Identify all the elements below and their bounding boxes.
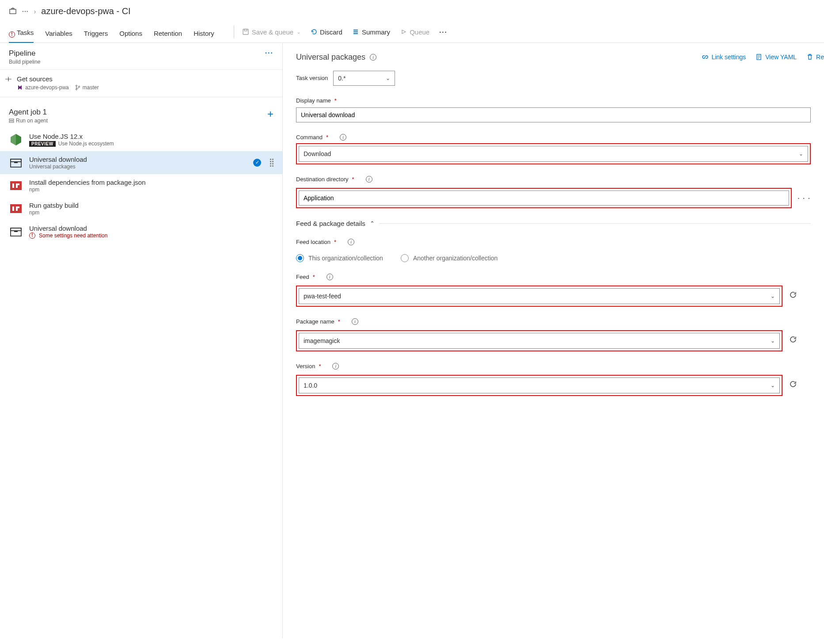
save-icon [242, 28, 249, 35]
tab-history[interactable]: History [194, 26, 214, 42]
link-icon [702, 53, 709, 61]
tabs-bar: !Tasks Variables Triggers Options Retent… [0, 18, 824, 43]
get-sources-icon [4, 75, 12, 91]
list-icon [352, 28, 359, 35]
task-version-select[interactable]: 0.* ⌄ [333, 71, 395, 86]
remove-button[interactable]: Re [806, 53, 824, 61]
info-icon[interactable]: i [327, 274, 333, 280]
pipeline-title: Pipeline [9, 49, 40, 58]
radio-icon [296, 254, 304, 262]
package-icon [9, 225, 23, 239]
details-title: Universal packages [296, 53, 365, 62]
task-version-label: Task version [296, 75, 328, 81]
required-indicator: * [319, 363, 321, 370]
more-actions-button[interactable]: ··· [439, 28, 448, 39]
queue-button[interactable]: Queue [400, 28, 429, 39]
nodejs-icon [9, 133, 23, 147]
refresh-button[interactable] [789, 335, 797, 344]
svg-rect-0 [10, 9, 16, 14]
tab-tasks[interactable]: !Tasks [9, 25, 34, 43]
get-sources-row[interactable]: Get sources azure-devops-pwa master [0, 70, 282, 97]
chevron-down-icon: ⌄ [297, 30, 300, 34]
command-select[interactable]: Download ⌄ [299, 146, 808, 162]
task-sub: npm [29, 210, 273, 216]
tab-options[interactable]: Options [119, 26, 142, 42]
main-content: Pipeline Build pipeline ··· Get sources … [0, 43, 824, 638]
pipeline-more-button[interactable]: ··· [265, 49, 273, 57]
add-task-button[interactable]: + [267, 108, 273, 120]
svg-rect-7 [9, 119, 14, 120]
refresh-button[interactable] [789, 380, 797, 389]
task-row-gatsby-build[interactable]: Run gatsby build npm [0, 197, 282, 220]
link-settings-button[interactable]: Link settings [702, 53, 746, 61]
display-name-label: Display name [296, 97, 331, 104]
task-row-universal-download-2[interactable]: Universal download ! Some settings need … [0, 220, 282, 243]
divider [379, 223, 811, 224]
command-label: Command [296, 134, 323, 141]
tab-triggers[interactable]: Triggers [84, 26, 108, 42]
version-select[interactable]: 1.0.0 ⌄ [299, 377, 780, 393]
info-icon[interactable]: i [366, 176, 372, 183]
task-row-nodejs[interactable]: Use Node.JS 12.x PREVIEWUse Node.js ecos… [0, 128, 282, 151]
chevron-up-icon[interactable]: ⌃ [370, 220, 375, 227]
breadcrumb: ··· › azure-devops-pwa - CI [0, 0, 824, 18]
dest-input[interactable] [299, 191, 789, 206]
radio-another-org[interactable]: Another organization/collection [401, 254, 497, 262]
play-icon [400, 28, 407, 35]
info-icon[interactable]: i [352, 318, 358, 325]
task-title: Use Node.JS 12.x [29, 133, 273, 140]
package-select[interactable]: imagemagick ⌄ [299, 333, 780, 349]
info-icon[interactable]: i [348, 239, 354, 245]
task-sub: Universal packages [29, 164, 247, 170]
task-title: Universal download [29, 156, 247, 163]
info-icon[interactable]: i [340, 134, 346, 141]
chevron-down-icon: ⌄ [386, 75, 390, 81]
tab-variables[interactable]: Variables [45, 26, 72, 42]
drag-handle-icon[interactable] [270, 159, 273, 167]
tasks-tree-pane: Pipeline Build pipeline ··· Get sources … [0, 43, 283, 638]
task-title: Install dependencies from package.json [29, 179, 273, 186]
dest-label: Destination directory [296, 176, 349, 183]
pipeline-header[interactable]: Pipeline Build pipeline ··· [0, 43, 282, 70]
info-icon[interactable]: i [370, 54, 376, 61]
tab-retention[interactable]: Retention [154, 26, 182, 42]
svg-point-4 [76, 85, 77, 86]
svg-rect-21 [16, 206, 19, 208]
task-row-universal-download[interactable]: Universal download Universal packages ✓ [0, 151, 282, 174]
warning-icon: ! [9, 31, 15, 38]
refresh-button[interactable] [789, 290, 797, 299]
page-title: azure-devops-pwa - CI [41, 6, 130, 16]
package-label: Package name [296, 318, 334, 325]
npm-icon [9, 202, 23, 216]
svg-rect-19 [12, 206, 14, 211]
package-icon [9, 156, 23, 170]
trash-icon [806, 53, 813, 61]
required-indicator: * [334, 239, 336, 245]
info-icon[interactable]: i [332, 363, 339, 370]
save-queue-button[interactable]: Save & queue ⌄ [242, 28, 300, 39]
feed-label: Feed [296, 274, 309, 280]
warning-icon: ! [29, 232, 35, 239]
divider [234, 26, 234, 38]
radio-this-org[interactable]: This organization/collection [296, 254, 383, 262]
svg-marker-10 [16, 134, 21, 145]
radio-icon [401, 254, 409, 262]
view-yaml-button[interactable]: View YAML [756, 53, 797, 61]
browse-button[interactable]: . . . [798, 193, 811, 200]
agent-job-row[interactable]: Agent job 1 Run on agent + [0, 103, 282, 128]
task-title: Run gatsby build [29, 202, 273, 209]
display-name-input[interactable] [296, 107, 811, 122]
discard-button[interactable]: Discard [310, 28, 342, 39]
svg-point-6 [78, 86, 80, 87]
project-icon[interactable] [9, 7, 17, 16]
svg-rect-15 [12, 183, 14, 188]
task-row-install-deps[interactable]: Install dependencies from package.json n… [0, 174, 282, 197]
feed-select[interactable]: pwa-test-feed ⌄ [299, 288, 780, 304]
chevron-down-icon: ⌄ [771, 338, 775, 344]
chevron-right-icon: › [34, 8, 36, 15]
chevron-down-icon: ⌄ [799, 151, 803, 157]
chevron-down-icon: ⌄ [771, 293, 775, 299]
breadcrumb-ellipsis[interactable]: ··· [22, 8, 29, 15]
summary-button[interactable]: Summary [352, 28, 390, 39]
version-label: Version [296, 363, 315, 370]
